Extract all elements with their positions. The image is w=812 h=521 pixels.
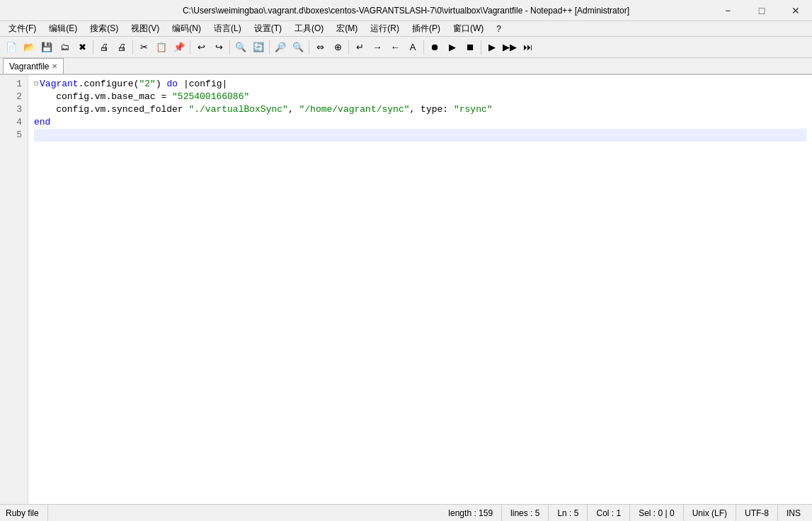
editor-container: 1 2 3 4 5 ⊟Vagrant.configure("2") do |co… bbox=[0, 75, 812, 504]
menu-item-2[interactable]: 搜索(S) bbox=[84, 21, 124, 36]
cut-button[interactable]: ✂ bbox=[135, 39, 152, 56]
menu-item-10[interactable]: 插件(P) bbox=[406, 21, 446, 36]
sync-zoom-button[interactable]: ⊕ bbox=[329, 39, 346, 56]
macro-stop-button[interactable]: ⏹ bbox=[462, 39, 479, 56]
tab-label: Vagrantfile bbox=[9, 62, 49, 71]
wrap-button[interactable]: ↵ bbox=[351, 39, 368, 56]
open-button[interactable]: 📂 bbox=[21, 39, 38, 56]
menu-item-11[interactable]: 窗口(W) bbox=[447, 21, 489, 36]
keyword-end: end bbox=[34, 116, 50, 129]
menu-item-3[interactable]: 视图(V) bbox=[125, 21, 165, 36]
string-sync-dst: "/home/vagrant/sync" bbox=[299, 103, 409, 116]
code-empty-5 bbox=[34, 129, 40, 142]
save-button[interactable]: 💾 bbox=[38, 39, 55, 56]
encoding-label: UTF-8 bbox=[745, 508, 769, 518]
outdent-button[interactable]: ← bbox=[387, 39, 404, 56]
sel-label: Sel : 0 | 0 bbox=[639, 508, 674, 518]
print-now-button[interactable]: 🖨 bbox=[113, 39, 130, 56]
tab-close-button[interactable]: ✕ bbox=[52, 62, 57, 70]
code-line-5 bbox=[34, 129, 806, 142]
toolbar-separator-3 bbox=[190, 40, 190, 55]
tab-bar: Vagrantfile ✕ bbox=[0, 58, 812, 75]
toolbar-separator-9 bbox=[481, 40, 481, 55]
find-button[interactable]: 🔍 bbox=[232, 39, 249, 56]
window-controls: − □ ✕ bbox=[711, 0, 812, 21]
toolbar: 📄 📂 💾 🗂 ✖ 🖨 🖨 ✂ 📋 📌 ↩ ↪ 🔍 🔄 🔎 🔍 ⇔ ⊕ ↵ → … bbox=[0, 37, 812, 58]
lines-label: lines : 5 bbox=[510, 508, 539, 518]
toolbar-separator-2 bbox=[132, 40, 133, 55]
code-comma-1: , bbox=[288, 103, 299, 116]
status-encoding: UTF-8 bbox=[736, 505, 778, 521]
toolbar-separator-1 bbox=[93, 40, 93, 55]
code-dot-1: .configure( bbox=[79, 78, 139, 91]
length-label: length : 159 bbox=[448, 508, 493, 518]
string-mac: "525400166086" bbox=[172, 91, 249, 103]
upper-button[interactable]: A bbox=[404, 39, 421, 56]
string-rsync: "rsync" bbox=[454, 103, 493, 116]
code-line-4: end bbox=[34, 116, 806, 129]
status-length: length : 159 bbox=[440, 505, 502, 521]
status-bar: Ruby file length : 159 lines : 5 Ln : 5 … bbox=[0, 504, 812, 521]
keyword-vagrant: Vagrant bbox=[40, 78, 79, 91]
ins-label: INS bbox=[787, 508, 801, 518]
copy-button[interactable]: 📋 bbox=[153, 39, 170, 56]
menu-item-0[interactable]: 文件(F) bbox=[3, 21, 42, 36]
status-ins: INS bbox=[778, 505, 809, 521]
ln-label: Ln : 5 bbox=[557, 508, 578, 518]
run3-button[interactable]: ⏭ bbox=[519, 39, 536, 56]
replace-button[interactable]: 🔄 bbox=[250, 39, 267, 56]
code-do: ) do |config| bbox=[156, 78, 227, 91]
undo-button[interactable]: ↩ bbox=[193, 39, 210, 56]
window-title: C:\Users\weimingbao\.vagrant.d\boxes\cen… bbox=[6, 6, 806, 16]
menu-item-4[interactable]: 编码(N) bbox=[166, 21, 207, 36]
code-indent-3: config.vm.synced_folder bbox=[34, 103, 188, 116]
menu-item-7[interactable]: 工具(O) bbox=[289, 21, 329, 36]
zoom-out-button[interactable]: 🔍 bbox=[290, 39, 307, 56]
macro-play-button[interactable]: ▶ bbox=[444, 39, 461, 56]
minimize-button[interactable]: − bbox=[711, 0, 744, 21]
code-line-1: ⊟Vagrant.configure("2") do |config| bbox=[34, 78, 806, 91]
run2-button[interactable]: ▶▶ bbox=[501, 39, 518, 56]
redo-button[interactable]: ↪ bbox=[210, 39, 227, 56]
toolbar-separator-8 bbox=[423, 40, 424, 55]
menu-item-1[interactable]: 编辑(E) bbox=[43, 21, 83, 36]
status-ln: Ln : 5 bbox=[549, 505, 588, 521]
menu-item-8[interactable]: 宏(M) bbox=[331, 21, 363, 36]
run-button[interactable]: ▶ bbox=[484, 39, 501, 56]
code-line-3: config.vm.synced_folder "./vartualBoxSyn… bbox=[34, 103, 806, 116]
line-num-5: 5 bbox=[3, 129, 25, 142]
code-area[interactable]: ⊟Vagrant.configure("2") do |config| conf… bbox=[28, 75, 812, 504]
string-sync-src: "./vartualBoxSync" bbox=[188, 103, 287, 116]
string-2: "2" bbox=[139, 78, 155, 91]
save-all-button[interactable]: 🗂 bbox=[56, 39, 73, 56]
menu-item-12[interactable]: ? bbox=[491, 23, 507, 35]
paste-button[interactable]: 📌 bbox=[171, 39, 188, 56]
menu-item-5[interactable]: 语言(L) bbox=[208, 21, 247, 36]
sync-scroll-button[interactable]: ⇔ bbox=[311, 39, 328, 56]
close-all-button[interactable]: ✖ bbox=[74, 39, 91, 56]
line-num-1: 1 bbox=[3, 78, 25, 91]
menu-item-9[interactable]: 运行(R) bbox=[365, 21, 405, 36]
zoom-in-button[interactable]: 🔎 bbox=[272, 39, 289, 56]
line-ending-label: Unix (LF) bbox=[692, 508, 727, 518]
tab-vagrantfile[interactable]: Vagrantfile ✕ bbox=[3, 58, 64, 74]
menu-item-6[interactable]: 设置(T) bbox=[248, 21, 287, 36]
macro-button[interactable]: ⏺ bbox=[426, 39, 443, 56]
line-num-2: 2 bbox=[3, 91, 25, 103]
code-comma-2: , type: bbox=[410, 103, 454, 116]
status-filetype: Ruby file bbox=[3, 505, 48, 521]
close-button[interactable]: ✕ bbox=[779, 0, 812, 21]
code-line-2: config.vm.base_mac = "525400166086" bbox=[34, 91, 806, 103]
title-bar: C:\Users\weimingbao\.vagrant.d\boxes\cen… bbox=[0, 0, 812, 21]
new-button[interactable]: 📄 bbox=[3, 39, 20, 56]
indent-button[interactable]: → bbox=[369, 39, 386, 56]
maximize-button[interactable]: □ bbox=[745, 0, 778, 21]
line-num-3: 3 bbox=[3, 103, 25, 116]
print-button[interactable]: 🖨 bbox=[96, 39, 113, 56]
toolbar-separator-7 bbox=[348, 40, 349, 55]
toolbar-separator-6 bbox=[309, 40, 309, 55]
toolbar-separator-5 bbox=[269, 40, 270, 55]
status-line-ending: Unix (LF) bbox=[684, 505, 736, 521]
menu-bar: 文件(F)编辑(E)搜索(S)视图(V)编码(N)语言(L)设置(T)工具(O)… bbox=[0, 21, 812, 37]
code-indent-2: config.vm.base_mac = bbox=[34, 91, 172, 103]
